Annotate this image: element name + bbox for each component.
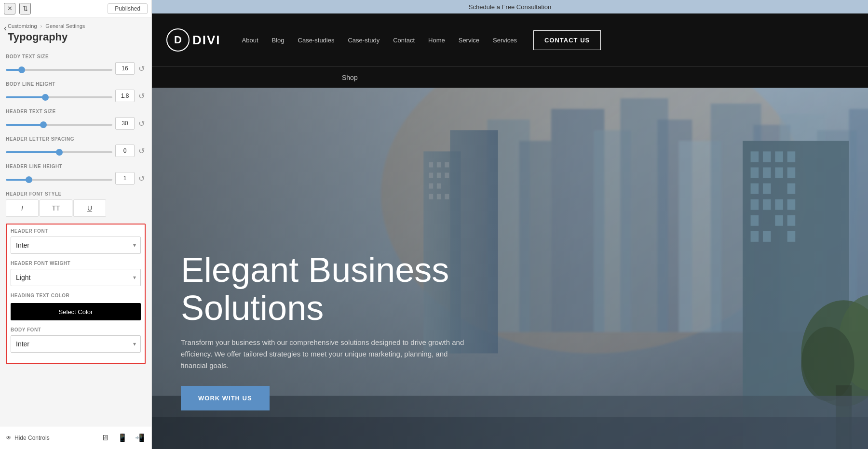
heading-text-color-group: HEADING TEXT COLOR Select Color bbox=[11, 293, 141, 320]
eye-icon: 👁 bbox=[6, 435, 12, 441]
header-line-height-label: HEADER LINE HEIGHT bbox=[6, 164, 146, 169]
header-font-select-wrapper: Inter Roboto Open Sans Lato Montserrat bbox=[11, 237, 141, 254]
body-line-height-group: BODY LINE HEIGHT ↺ bbox=[6, 81, 146, 102]
left-panel: ✕ ⇅ Published Customizing › General Sett… bbox=[0, 0, 152, 449]
header-font-weight-label: HEADER FONT WEIGHT bbox=[11, 261, 141, 266]
nav-link-contact[interactable]: Contact bbox=[386, 37, 421, 44]
nav-secondary: Shop bbox=[152, 66, 868, 88]
header-text-size-reset[interactable]: ↺ bbox=[137, 119, 146, 128]
desktop-icon[interactable]: 🖥 bbox=[99, 432, 111, 444]
header-text-size-group: HEADER TEXT SIZE ↺ bbox=[6, 109, 146, 130]
header-text-size-input[interactable] bbox=[115, 117, 135, 130]
header-font-style-group: HEADER FONT STYLE I TT U bbox=[6, 191, 146, 217]
footer-icons: 🖥 📱 📲 bbox=[99, 432, 146, 444]
body-line-height-slider[interactable] bbox=[6, 96, 112, 98]
body-line-height-input[interactable] bbox=[115, 90, 135, 102]
right-panel: Schedule a Free Consultation D DIVI Abou… bbox=[152, 0, 868, 449]
mobile-icon[interactable]: 📲 bbox=[134, 432, 146, 444]
header-font-weight-select-wrapper: Thin Light Regular Medium Bold bbox=[11, 269, 141, 286]
site-logo: D DIVI bbox=[166, 28, 221, 52]
header-font-label: HEADER FONT bbox=[11, 228, 141, 234]
header-letter-spacing-slider[interactable] bbox=[6, 151, 112, 153]
announcement-text: Schedule a Free Consultation bbox=[469, 3, 551, 11]
header-letter-spacing-group: HEADER LETTER SPACING ↺ bbox=[6, 136, 146, 157]
nav-link-shop[interactable]: Shop bbox=[335, 74, 365, 81]
header-letter-spacing-label: HEADER LETTER SPACING bbox=[6, 136, 146, 142]
body-line-height-reset[interactable]: ↺ bbox=[137, 92, 146, 101]
body-text-size-slider[interactable] bbox=[6, 69, 112, 71]
back-icon[interactable]: ‹ bbox=[4, 23, 7, 33]
hero-content: Elegant Business Solutions Transform you… bbox=[181, 251, 470, 410]
logo-letter: D bbox=[174, 34, 182, 46]
header-text-size-label: HEADER TEXT SIZE bbox=[6, 109, 146, 114]
body-text-size-label: BODY TEXT SIZE bbox=[6, 54, 146, 59]
header-font-select[interactable]: Inter Roboto Open Sans Lato Montserrat bbox=[11, 237, 141, 254]
body-text-size-input[interactable] bbox=[115, 62, 135, 75]
breadcrumb-separator: › bbox=[41, 23, 42, 29]
header-font-weight-select[interactable]: Thin Light Regular Medium Bold bbox=[11, 269, 141, 286]
nav-link-service[interactable]: Service bbox=[452, 37, 486, 44]
header-font-group: HEADER FONT Inter Roboto Open Sans Lato … bbox=[11, 228, 141, 254]
panel-footer: 👁 Hide Controls 🖥 📱 📲 bbox=[0, 426, 151, 449]
nav-link-about[interactable]: About bbox=[235, 37, 265, 44]
highlighted-section: HEADER FONT Inter Roboto Open Sans Lato … bbox=[6, 224, 146, 364]
nav-link-home[interactable]: Home bbox=[421, 37, 452, 44]
breadcrumb: Customizing › General Settings bbox=[0, 17, 151, 31]
nav-link-blog[interactable]: Blog bbox=[265, 37, 291, 44]
header-font-weight-group: HEADER FONT WEIGHT Thin Light Regular Me… bbox=[11, 261, 141, 286]
underline-button[interactable]: U bbox=[73, 199, 106, 217]
header-font-style-label: HEADER FONT STYLE bbox=[6, 191, 146, 197]
panel-title: Typography bbox=[0, 31, 151, 49]
header-letter-spacing-input[interactable] bbox=[115, 145, 135, 157]
hide-controls-label: Hide Controls bbox=[14, 435, 50, 441]
header-letter-spacing-reset[interactable]: ↺ bbox=[137, 146, 146, 156]
swap-icon[interactable]: ⇅ bbox=[19, 3, 31, 14]
published-button[interactable]: Published bbox=[108, 3, 148, 14]
logo-text: DIVI bbox=[192, 33, 221, 48]
body-text-size-group: BODY TEXT SIZE ↺ bbox=[6, 54, 146, 75]
nav-link-services[interactable]: Services bbox=[486, 37, 524, 44]
header-line-height-group: HEADER LINE HEIGHT ↺ bbox=[6, 164, 146, 185]
announcement-bar: Schedule a Free Consultation bbox=[152, 0, 868, 13]
nav-link-case-study[interactable]: Case-study bbox=[341, 37, 386, 44]
site-nav: D DIVI About Blog Case-studies Case-stud… bbox=[152, 13, 868, 66]
hero-section: Elegant Business Solutions Transform you… bbox=[152, 88, 868, 449]
nav-link-case-studies[interactable]: Case-studies bbox=[291, 37, 341, 44]
select-color-button[interactable]: Select Color bbox=[11, 303, 141, 320]
body-font-select-wrapper: Inter Roboto Open Sans Lato Montserrat bbox=[11, 335, 141, 353]
hero-subtitle: Transform your business with our compreh… bbox=[181, 337, 470, 371]
body-font-group: BODY FONT Inter Roboto Open Sans Lato Mo… bbox=[11, 327, 141, 353]
body-font-label: BODY FONT bbox=[11, 327, 141, 332]
panel-topbar: ✕ ⇅ Published bbox=[0, 0, 151, 17]
nav-links: About Blog Case-studies Case-study Conta… bbox=[235, 30, 854, 50]
body-font-select[interactable]: Inter Roboto Open Sans Lato Montserrat bbox=[11, 335, 141, 353]
header-text-size-slider[interactable] bbox=[6, 124, 112, 126]
hide-controls[interactable]: 👁 Hide Controls bbox=[6, 435, 50, 441]
uppercase-button[interactable]: TT bbox=[40, 199, 72, 217]
header-line-height-slider[interactable] bbox=[6, 179, 112, 181]
tablet-icon[interactable]: 📱 bbox=[117, 432, 128, 444]
body-text-size-reset[interactable]: ↺ bbox=[137, 64, 146, 73]
italic-button[interactable]: I bbox=[6, 199, 39, 217]
body-line-height-label: BODY LINE HEIGHT bbox=[6, 81, 146, 87]
header-line-height-reset[interactable]: ↺ bbox=[137, 174, 146, 183]
heading-text-color-label: HEADING TEXT COLOR bbox=[11, 293, 141, 298]
logo-circle: D bbox=[166, 28, 190, 52]
hero-cta-button[interactable]: WORK WITH US bbox=[181, 386, 270, 410]
nav-contact-button[interactable]: CONTACT US bbox=[533, 30, 601, 50]
header-line-height-input[interactable] bbox=[115, 172, 135, 185]
close-icon[interactable]: ✕ bbox=[4, 3, 15, 14]
hero-title: Elegant Business Solutions bbox=[181, 251, 470, 327]
panel-content: BODY TEXT SIZE ↺ BODY LINE HEIGHT ↺ bbox=[0, 49, 151, 426]
